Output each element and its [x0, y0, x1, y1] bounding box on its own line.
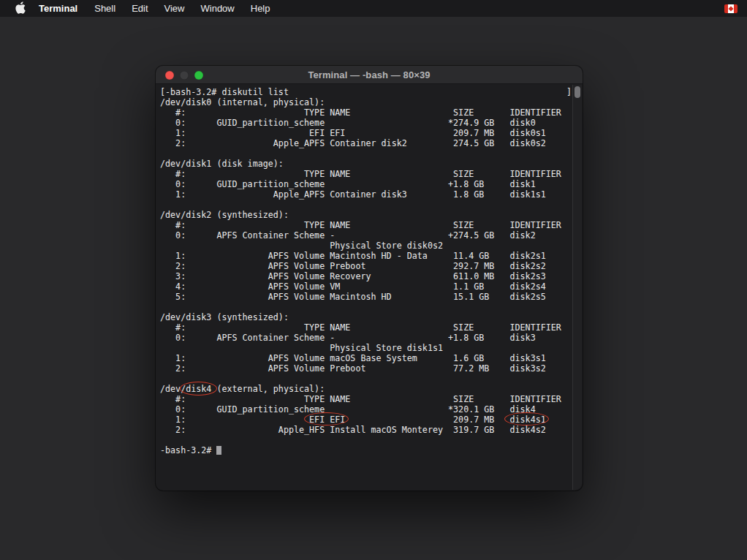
terminal-line [160, 302, 572, 312]
menu-terminal[interactable]: Terminal [30, 0, 86, 17]
terminal-line: Physical Store disk1s1 [160, 343, 572, 353]
terminal-line: 5: APFS Volume Macintosh HD 15.1 GB disk… [160, 292, 572, 302]
terminal-line: #: TYPE NAME SIZE IDENTIFIER [160, 394, 572, 404]
terminal-line: 2: Apple_APFS Container disk2 274.5 GB d… [160, 138, 572, 148]
terminal-line: [-bash-3.2# diskutil list ] [160, 87, 572, 97]
terminal-line: 3: APFS Volume Recovery 611.0 MB disk2s3 [160, 271, 572, 281]
terminal-window: Terminal — -bash — 80×39 [-bash-3.2# dis… [156, 66, 583, 491]
terminal-line: 1: Apple_APFS Container disk3 1.8 GB dis… [160, 189, 572, 200]
menu-edit[interactable]: Edit [124, 0, 156, 17]
terminal-output: [-bash-3.2# diskutil list ]/dev/disk0 (i… [160, 87, 572, 445]
menu-bar-left: Terminal Shell Edit View Window Help [0, 0, 278, 17]
terminal-line [160, 435, 572, 445]
terminal-line: 0: APFS Container Scheme - +1.8 GB disk3 [160, 333, 572, 343]
menu-window[interactable]: Window [193, 0, 243, 17]
scrollbar-thumb[interactable] [575, 86, 580, 98]
zoom-button[interactable] [194, 71, 203, 80]
terminal-line: 0: APFS Container Scheme - +274.5 GB dis… [160, 230, 572, 241]
terminal-cursor [216, 446, 221, 455]
close-button[interactable] [165, 71, 174, 80]
canada-flag-icon[interactable] [724, 4, 737, 13]
traffic-lights [165, 66, 203, 84]
menu-view[interactable]: View [156, 0, 193, 17]
menu-help[interactable]: Help [243, 0, 278, 17]
terminal-line: /dev/disk3 (synthesized): [160, 312, 572, 322]
terminal-line: 2: APFS Volume Preboot 77.2 MB disk3s2 [160, 363, 572, 374]
terminal-line: 1: APFS Volume macOS Base System 1.6 GB … [160, 353, 572, 363]
terminal-line: 1: EFI EFI 209.7 MB disk4s1 [160, 415, 572, 425]
terminal-line: #: TYPE NAME SIZE IDENTIFIER [160, 220, 572, 230]
apple-menu[interactable] [11, 0, 30, 17]
terminal-line: /dev/disk1 (disk image): [160, 159, 572, 169]
terminal-line: 0: GUID_partition_scheme *320.1 GB disk4 [160, 404, 572, 415]
title-bar[interactable]: Terminal — -bash — 80×39 [156, 66, 583, 84]
terminal-line: 1: APFS Volume Macintosh HD - Data 11.4 … [160, 251, 572, 261]
terminal-line: 2: APFS Volume Preboot 292.7 MB disk2s2 [160, 261, 572, 271]
terminal-line: 0: GUID_partition_scheme +1.8 GB disk1 [160, 179, 572, 189]
terminal-line: 1: EFI EFI 209.7 MB disk0s1 [160, 128, 572, 138]
menu-bar-right [724, 0, 747, 17]
terminal-line: Physical Store disk0s2 [160, 241, 572, 251]
terminal-content[interactable]: [-bash-3.2# diskutil list ]/dev/disk0 (i… [156, 84, 572, 491]
prompt-line: -bash-3.2# [160, 445, 572, 455]
terminal-line: 0: GUID_partition_scheme *274.9 GB disk0 [160, 118, 572, 128]
maple-leaf-icon [728, 6, 733, 11]
terminal-line: /dev/disk0 (internal, physical): [160, 97, 572, 107]
terminal-line [160, 148, 572, 159]
terminal-line: /dev/disk2 (synthesized): [160, 210, 572, 220]
terminal-line [160, 200, 572, 210]
terminal-line: 4: APFS Volume VM 1.1 GB disk2s4 [160, 281, 572, 292]
prompt-text: -bash-3.2# [160, 445, 216, 455]
terminal-line: /dev/disk4 (external, physical): [160, 384, 572, 394]
scrollbar-track[interactable] [572, 85, 582, 490]
menu-shell[interactable]: Shell [86, 0, 124, 17]
window-title: Terminal — -bash — 80×39 [156, 69, 583, 80]
terminal-line: 2: Apple_HFS Install macOS Monterey 319.… [160, 425, 572, 435]
menu-bar: Terminal Shell Edit View Window Help [0, 0, 747, 17]
minimize-button[interactable] [180, 71, 189, 80]
terminal-line: #: TYPE NAME SIZE IDENTIFIER [160, 107, 572, 118]
terminal-line: #: TYPE NAME SIZE IDENTIFIER [160, 169, 572, 179]
terminal-line: #: TYPE NAME SIZE IDENTIFIER [160, 322, 572, 333]
apple-logo-icon [15, 1, 26, 16]
terminal-line [160, 374, 572, 384]
